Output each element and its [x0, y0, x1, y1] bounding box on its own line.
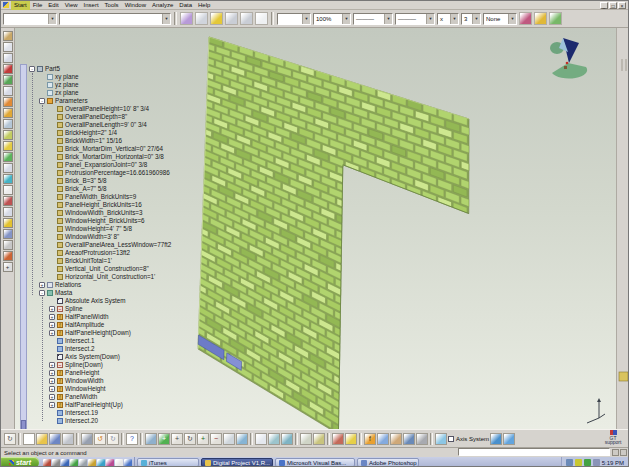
tree-scrollbar[interactable]	[20, 64, 27, 433]
chevron-down-icon[interactable]: ▼	[302, 14, 310, 24]
tree-item[interactable]: BrickHeight=2" 1/4	[1, 129, 201, 137]
tree-item[interactable]: Brick_MortarDim_Vertical=0" 27/64	[1, 145, 201, 153]
pan-icon[interactable]: +	[171, 433, 183, 445]
tree-item[interactable]: OverallPanelLength=9' 0" 3/4	[1, 121, 201, 129]
tree-expander[interactable]: +	[49, 394, 55, 400]
menu-insert[interactable]: Insert	[81, 1, 102, 10]
tree-item[interactable]: +fWindowHeight	[1, 385, 201, 393]
point-symbol-combo[interactable]: x▼	[437, 13, 459, 25]
paste-format-icon[interactable]	[240, 12, 253, 25]
tree-item[interactable]: BrickUnitTotal=1'	[1, 257, 201, 265]
tree-item[interactable]: WindowHeight=4' 7" 5/8	[1, 225, 201, 233]
taskbar-window-2[interactable]: Digital Project V1,R...	[201, 458, 273, 467]
tree-expander[interactable]: -	[39, 98, 45, 104]
start-button[interactable]: start	[1, 457, 39, 467]
line-weight-combo[interactable]: ———▼	[353, 13, 393, 25]
formula-icon[interactable]: f	[364, 433, 376, 445]
tree-item[interactable]: ProtrusionPercentage=16.661960986	[1, 169, 201, 177]
painter-icon[interactable]	[519, 12, 532, 25]
tree-item[interactable]: BrickWidth=1" 15/16	[1, 137, 201, 145]
opacity-combo[interactable]: 100%▼	[313, 13, 351, 25]
tree-item[interactable]: Intersect.20	[1, 417, 201, 425]
magnifier-blue-icon[interactable]	[490, 433, 502, 445]
shortcut-3-icon[interactable]	[61, 459, 69, 467]
shortcut-5-icon[interactable]	[79, 459, 87, 467]
catalog-icon[interactable]	[180, 12, 193, 25]
tree-item[interactable]: xy plane	[1, 73, 201, 81]
undo-icon[interactable]: ↺	[94, 433, 106, 445]
gear-icon[interactable]	[416, 433, 428, 445]
shading-edges-icon[interactable]	[281, 433, 293, 445]
menu-help[interactable]: Help	[195, 1, 213, 10]
tree-item[interactable]: +fHalfPanelWidth	[1, 313, 201, 321]
minimize-button[interactable]: _	[600, 2, 608, 9]
restore-button[interactable]: □	[609, 2, 617, 9]
tree-item[interactable]: Axis System(Down)	[1, 353, 201, 361]
help-icon[interactable]: ?	[126, 433, 138, 445]
chevron-down-icon[interactable]: ▼	[472, 14, 480, 24]
copy-format-icon[interactable]	[225, 12, 238, 25]
shortcut-2-icon[interactable]	[52, 459, 60, 467]
tree-item[interactable]: yz plane	[1, 81, 201, 89]
tree-expander[interactable]: -	[29, 66, 35, 72]
wizard-icon[interactable]	[534, 12, 547, 25]
tree-item[interactable]: Vertical_Unit_Construction=8"	[1, 265, 201, 273]
render-style-combo[interactable]: None▼	[483, 13, 517, 25]
capture-icon[interactable]	[549, 12, 562, 25]
tree-item[interactable]: +~Spline(Down)	[1, 361, 201, 369]
shortcut-10-icon[interactable]	[124, 459, 132, 467]
chevron-down-icon[interactable]: ▼	[384, 14, 392, 24]
tree-item[interactable]: +fHalfPanelHeight(Up)	[1, 401, 201, 409]
tree-item[interactable]: Panel_ExpansionJoint=0" 3/8	[1, 161, 201, 169]
tree-item[interactable]: -Masta	[1, 289, 201, 297]
open-folder-icon[interactable]	[36, 433, 48, 445]
menu-analyze[interactable]: Analyze	[149, 1, 176, 10]
tree-item[interactable]: OverallPanelArea_LessWindow=77ft2	[1, 241, 201, 249]
pen-tool-icon[interactable]	[195, 12, 208, 25]
chevron-down-icon[interactable]: ▼	[426, 14, 434, 24]
earth-icon[interactable]	[503, 433, 515, 445]
taskbar-window-1[interactable]: iTunes	[137, 458, 199, 467]
tree-item[interactable]: PanelWidth_BrickUnits=9	[1, 193, 201, 201]
tree-item[interactable]: PanelHeight_BrickUnits=16	[1, 201, 201, 209]
tree-expander[interactable]: +	[49, 314, 55, 320]
line-type-combo[interactable]: ———▼	[395, 13, 435, 25]
tree-item[interactable]: Intersect.2	[1, 345, 201, 353]
tree-item[interactable]: Intersect.19	[1, 409, 201, 417]
iso-view-icon[interactable]	[236, 433, 248, 445]
shortcut-7-icon[interactable]	[97, 459, 105, 467]
monitor-icon[interactable]	[403, 433, 415, 445]
tree-expander[interactable]: +	[49, 378, 55, 384]
tree-item[interactable]: +Relations	[1, 281, 201, 289]
chevron-down-icon[interactable]: ▼	[450, 14, 458, 24]
swap-visible-icon[interactable]	[313, 433, 325, 445]
menu-view[interactable]: View	[62, 1, 81, 10]
tree-expander[interactable]: +	[49, 370, 55, 376]
tree-item[interactable]: +fPanelWidth	[1, 393, 201, 401]
redo-icon[interactable]: ↻	[107, 433, 119, 445]
shortcut-6-icon[interactable]	[88, 459, 96, 467]
taskbar-window-3[interactable]: Microsoft Visual Bas...	[275, 458, 355, 467]
shortcut-1-icon[interactable]	[43, 459, 51, 467]
wireframe-icon[interactable]	[255, 433, 267, 445]
chevron-down-icon[interactable]: ▼	[342, 14, 350, 24]
tree-item[interactable]: +fPanelHeight	[1, 369, 201, 377]
rotate-icon[interactable]: ↻	[184, 433, 196, 445]
tree-expander[interactable]: +	[49, 330, 55, 336]
status-chip-1[interactable]	[612, 449, 619, 456]
tree-item[interactable]: +fHalfAmplitude	[1, 321, 201, 329]
docked-tool-icon[interactable]	[619, 372, 628, 381]
tree-expander[interactable]: +	[39, 282, 45, 288]
print-icon[interactable]	[62, 433, 74, 445]
hide-show-icon[interactable]	[300, 433, 312, 445]
menu-start[interactable]: Start	[11, 1, 30, 10]
tree-item[interactable]: Horizontal_Unit_Construction=1'	[1, 273, 201, 281]
chevron-down-icon[interactable]: ▼	[48, 14, 56, 24]
tree-item[interactable]: OverallPanelHeight=10' 8" 3/4	[1, 105, 201, 113]
copy-icon[interactable]	[81, 433, 93, 445]
taskbar-window-4[interactable]: Adobe Photoshop	[357, 458, 419, 467]
tree-item[interactable]: -Part5	[1, 65, 201, 73]
page-icon[interactable]	[255, 12, 268, 25]
tree-expander[interactable]: +	[49, 306, 55, 312]
select-command-icon[interactable]: ↻	[4, 433, 16, 445]
